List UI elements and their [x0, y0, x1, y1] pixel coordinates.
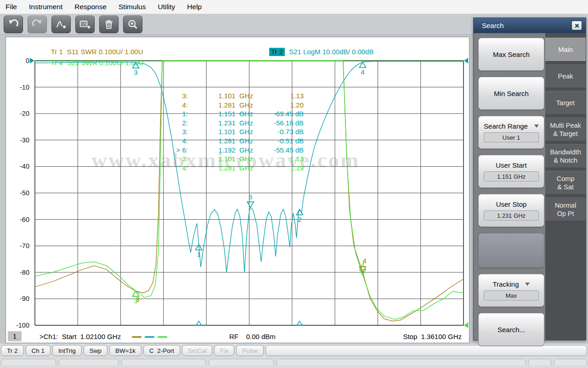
status-segment	[554, 359, 587, 365]
status-segment	[1, 359, 56, 365]
marker-frequency: 1.281 GHz	[188, 101, 253, 110]
tab-label-line: Target	[556, 99, 575, 107]
delete-trace-button[interactable]	[99, 16, 119, 33]
statusbar-inttrig[interactable]: IntTrig	[52, 345, 82, 356]
channel-number-badge[interactable]: 1	[8, 331, 22, 341]
marker-value: -55.45 dB	[253, 146, 304, 155]
menu-instrument[interactable]: Instrument	[29, 3, 62, 11]
zoom-button[interactable]	[123, 16, 142, 33]
user-start-value: 1.151 GHz	[484, 171, 539, 181]
marker-number: 3:	[144, 91, 188, 101]
marker-value: 1.19	[253, 164, 304, 173]
user-start-button[interactable]: User Start1.151 GHz	[478, 155, 544, 188]
trace-color-dash	[158, 336, 167, 338]
marker-table-row: 3:1.101 GHz1.13	[144, 154, 304, 164]
reference-level-arrow-icon	[464, 58, 468, 63]
search-range-value: User 1	[484, 132, 539, 142]
menu-response[interactable]: Response	[74, 3, 107, 11]
marker-value: 1.13	[253, 91, 304, 101]
search-range-flag-icon	[297, 321, 302, 325]
search-panel-buttons: Max SearchMin SearchSearch RangeUser 1Us…	[474, 33, 545, 340]
button-label: Min Search	[494, 90, 529, 97]
statusbar-pulse[interactable]: Pulse	[236, 345, 264, 356]
statusbar-fix[interactable]: Fix	[214, 345, 234, 356]
tab-main[interactable]: Main	[545, 38, 586, 62]
tab-label-line: Multi Peak	[550, 121, 581, 130]
menu-file[interactable]: File	[6, 3, 17, 11]
button-label: Search Range	[484, 122, 539, 130]
marker-frequency: 1.101 GHz	[188, 154, 253, 164]
user-stop-value: 1.231 GHz	[484, 210, 539, 221]
trace2-params: S21 LogM 10.00dB/ 0.00dB	[289, 48, 373, 56]
tab-target[interactable]: Target	[545, 91, 586, 115]
tab-label-line: Op Pt	[557, 209, 574, 218]
tab-label-line: Comp	[557, 175, 575, 183]
tab-label-line: & Sat	[557, 183, 573, 191]
marker-frequency: 1.151 GHz	[188, 109, 253, 119]
marker-table-row: 2:1.231 GHz-56.18 dB	[144, 119, 304, 128]
marker-table-row: 4:1.281 GHz1.19	[144, 164, 304, 173]
marker-table-row: 4:1.281 GHz1.20	[144, 101, 304, 110]
min-search-button[interactable]: Min Search	[478, 77, 544, 110]
trace4-params: S22 SWR 0.100U/ 1.00U	[67, 59, 144, 67]
statusbar-blank	[266, 345, 587, 356]
tab-peak[interactable]: Peak	[545, 64, 586, 88]
dropdown-arrow-icon	[534, 125, 539, 128]
marker-table-row: 3:1.101 GHz1.13	[144, 91, 304, 101]
statusbar-tr-2[interactable]: Tr 2	[1, 345, 24, 356]
rf-power-label: RF 0.00 dBm	[229, 333, 276, 340]
y-axis-tick-label: -10	[20, 84, 29, 91]
status-bar-row2	[1, 359, 587, 365]
statusbar-bw-1k[interactable]: BW=1k	[109, 345, 141, 356]
menu-help[interactable]: Help	[187, 3, 202, 11]
tab-label-line: Normal	[555, 201, 577, 209]
menu-utility[interactable]: Utility	[158, 3, 175, 11]
redo-button[interactable]	[28, 16, 47, 33]
marker-2-label: 2	[298, 215, 301, 223]
tab-normal-op-pt[interactable]: NormalOp Pt	[545, 198, 586, 221]
y-axis-tick-label: -30	[20, 136, 29, 144]
close-button[interactable]	[571, 21, 582, 30]
channel-start-label: >Ch1: Start 1.02100 GHz	[40, 333, 121, 340]
add-trace-icon	[55, 18, 67, 30]
undo-button[interactable]	[4, 16, 23, 33]
menu-stimulus[interactable]: Stimulus	[119, 3, 146, 11]
marker-table-row: > 6:1.192 GHz-55.45 dB	[144, 146, 304, 155]
y-axis-tick-label: -60	[20, 216, 29, 223]
y-axis-tick-label: -90	[20, 295, 29, 302]
marker-frequency: 1.281 GHz	[188, 164, 253, 173]
tab-label-line: & Notch	[554, 156, 577, 164]
statusbar-swp[interactable]: Swp	[84, 345, 107, 356]
button-label: User Start	[496, 161, 527, 169]
tracking-button[interactable]: TrackingMax	[478, 274, 544, 307]
add-channel-icon: Ch	[79, 18, 91, 30]
user-stop-button[interactable]: User Stop1.231 GHz	[478, 194, 544, 227]
tab-multi-peak-target[interactable]: Multi Peak& Target	[545, 118, 586, 142]
search-dialog: Search Max SearchMin SearchSearch RangeU…	[473, 17, 586, 340]
marker-number: 3:	[144, 154, 188, 164]
menu-bar: FileInstrumentResponseStimulusUtilityHel…	[0, 0, 588, 14]
tab-comp-sat[interactable]: Comp& Sat	[545, 171, 586, 195]
legend-tr2[interactable]: Tr 2S21 LogM 10.00dB/ 0.00dB	[258, 40, 373, 63]
tab-bandwidth-notch[interactable]: Bandwidth& Notch	[545, 144, 586, 168]
legend-tr4[interactable]: Tr 4S22 SWR 0.100U/ 1.00U	[40, 51, 144, 74]
trace-color-dash	[145, 336, 154, 338]
statusbar-c-2-port[interactable]: C 2-Port	[143, 345, 180, 356]
close-icon	[575, 22, 579, 29]
search-range-flag-icon	[196, 321, 201, 325]
statusbar-ch-1[interactable]: Ch 1	[26, 345, 51, 356]
search-dialog-titlebar[interactable]: Search	[474, 18, 586, 33]
measurement-plot[interactable]: 0-10-20-30-40-50-60-70-80-90-10034162334…	[6, 37, 468, 342]
status-bar-row1: Tr 2Ch 1IntTrigSwpBW=1kC 2-PortSrcCalFix…	[1, 345, 587, 357]
tab-label-line: Bandwidth	[550, 148, 581, 156]
y-axis-tick-label: -100	[16, 322, 29, 329]
search-button[interactable]: Search...	[478, 313, 544, 346]
add-channel-button[interactable]: Ch	[75, 16, 95, 33]
add-trace-button[interactable]	[51, 16, 71, 33]
max-search-button[interactable]: Max Search	[478, 38, 544, 71]
search-range-button[interactable]: Search RangeUser 1	[478, 116, 544, 149]
marker-table-row: 1:1.151 GHz-69.45 dB	[144, 109, 304, 119]
statusbar-srccal[interactable]: SrcCal	[182, 345, 213, 356]
search-panel-tabs: MainPeakTargetMulti Peak& TargetBandwidt…	[545, 33, 586, 340]
button-label: Search...	[498, 326, 525, 334]
